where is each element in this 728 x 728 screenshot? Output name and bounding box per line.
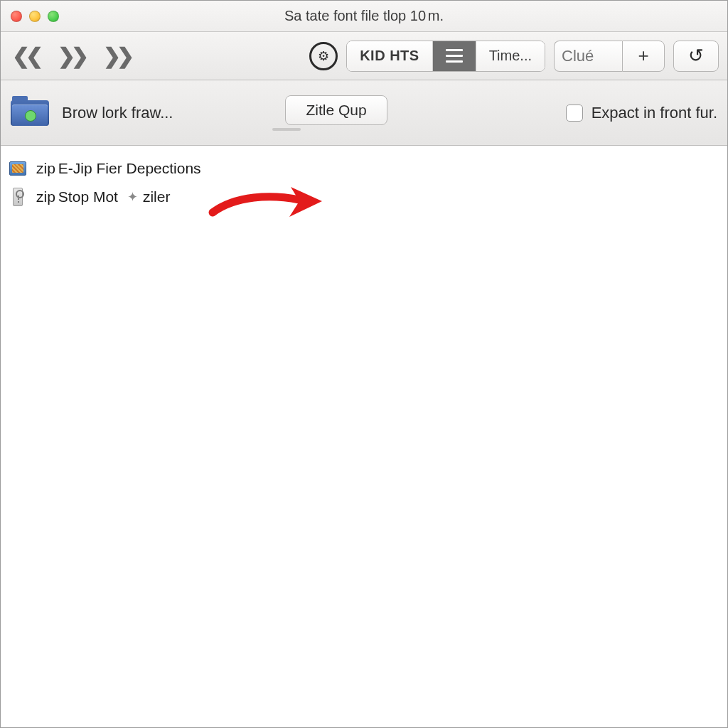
list-item[interactable]: zip E-Jip Fier Depections (1, 154, 727, 183)
browse-label: Brow lork fraw... (62, 104, 173, 122)
list-item-label-a: Stop Mot (58, 188, 118, 205)
hamburger-icon (446, 49, 463, 63)
expact-checkbox[interactable] (566, 105, 583, 122)
nav-group: ❮❮ ❯❯ ❯❯ (9, 43, 133, 70)
search-field-wrap (554, 41, 622, 72)
list-item-prefix: zip (36, 160, 55, 177)
close-window-button[interactable] (11, 11, 22, 22)
refresh-icon: ↺ (688, 45, 704, 67)
titlebar: Sa tate font file tlop 10 m. (1, 1, 727, 32)
list-item-prefix: zip (36, 188, 55, 205)
zoom-window-button[interactable] (48, 11, 59, 22)
view-seg-list[interactable] (433, 41, 476, 71)
search-input[interactable] (555, 41, 622, 71)
archive-icon (8, 159, 28, 178)
nav-back-button[interactable]: ❮❮ (9, 43, 42, 70)
view-seg-time[interactable]: Time... (476, 41, 545, 71)
star-icon: ✦ (127, 189, 138, 205)
minimize-window-button[interactable] (29, 11, 41, 22)
refresh-button[interactable]: ↺ (673, 41, 719, 72)
app-window: Sa tate font file tlop 10 m. ❮❮ ❯❯ ❯❯ ⚙ … (0, 0, 728, 728)
window-title: Sa tate font file tlop 10 m. (1, 8, 727, 24)
view-seg-kidhts[interactable]: KID HTS (347, 41, 433, 71)
list-item[interactable]: zip Stop Mot ✦ ziler (1, 183, 727, 211)
option-bar: Brow lork fraw... Zitle Qup Expact in fr… (1, 80, 727, 146)
nav-forward-alt-button[interactable]: ❯❯ (100, 43, 133, 70)
traffic-lights (11, 11, 59, 22)
add-button[interactable]: + (622, 41, 665, 72)
gear-icon[interactable]: ⚙ (309, 42, 338, 70)
expact-checkbox-group: Expact in front fur. (566, 104, 717, 122)
file-list: zip E-Jip Fier Depections zip Stop Mot ✦… (1, 146, 727, 727)
zitle-qup-button[interactable]: Zitle Qup (285, 95, 387, 125)
nav-forward-button[interactable]: ❯❯ (55, 43, 87, 70)
list-item-label: E-Jip Fier Depections (58, 160, 201, 177)
drag-handle-icon[interactable] (272, 128, 301, 131)
zipper-icon (8, 187, 28, 207)
search-add-group: + (554, 41, 665, 72)
toolbar: ❮❮ ❯❯ ❯❯ ⚙ KID HTS Time... + ↺ (1, 32, 727, 80)
view-segmented-control: KID HTS Time... (346, 41, 545, 72)
folder-icon[interactable] (11, 97, 49, 129)
list-item-label-b: ziler (143, 188, 171, 205)
expact-checkbox-label: Expact in front fur. (592, 104, 717, 122)
mid-button-wrap: Zitle Qup (186, 95, 387, 131)
